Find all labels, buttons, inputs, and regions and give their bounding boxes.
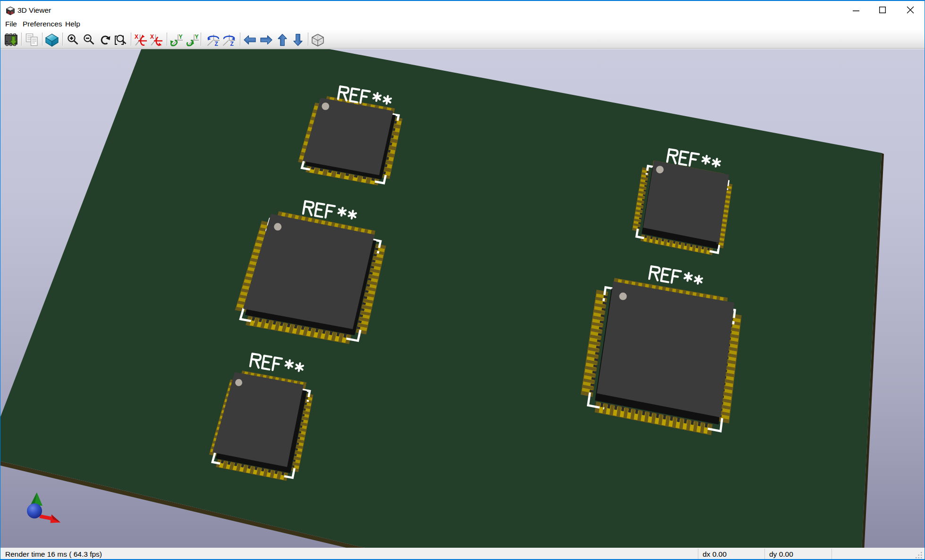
svg-text:Y: Y [179,34,183,40]
svg-text:Y: Y [195,34,199,40]
svg-text:D: D [10,11,13,15]
svg-text:Z: Z [215,41,218,47]
svg-text:X: X [135,34,138,40]
svg-text:3: 3 [8,10,9,15]
svg-text:Z: Z [230,41,234,47]
svg-text:X: X [150,34,154,40]
